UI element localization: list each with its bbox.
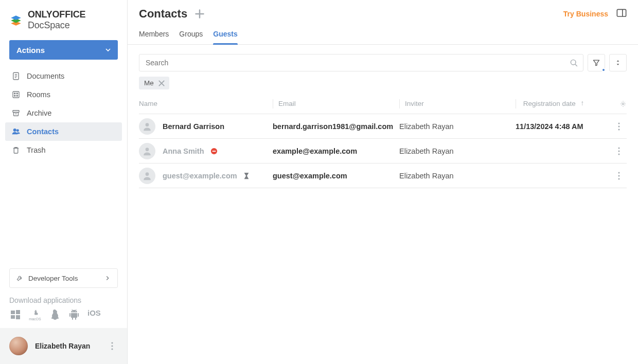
actions-label: Actions bbox=[16, 46, 45, 54]
gear-icon bbox=[619, 100, 627, 107]
svg-rect-36 bbox=[212, 151, 216, 152]
windows-icon[interactable] bbox=[9, 308, 22, 321]
blocked-icon bbox=[210, 148, 218, 155]
row-menu-button[interactable] bbox=[611, 122, 627, 131]
user-menu-button[interactable] bbox=[107, 340, 118, 352]
table-row[interactable]: Anna Smith example@example.com Elizabeth… bbox=[139, 139, 627, 163]
pending-icon bbox=[243, 172, 250, 179]
svg-point-37 bbox=[618, 147, 620, 149]
cell-email: bernard.garrison1981@gmail.com bbox=[273, 122, 393, 131]
user-avatar[interactable] bbox=[9, 337, 28, 355]
search-input[interactable] bbox=[145, 58, 570, 67]
document-icon bbox=[11, 71, 21, 81]
svg-point-34 bbox=[146, 148, 149, 151]
sort-button[interactable] bbox=[609, 54, 627, 71]
svg-rect-17 bbox=[14, 148, 18, 153]
filter-button[interactable] bbox=[588, 54, 605, 71]
tabs: Members Groups Guests bbox=[128, 24, 638, 45]
search-icon bbox=[570, 59, 578, 67]
search-field[interactable] bbox=[139, 54, 583, 71]
avatar bbox=[139, 118, 155, 135]
rooms-icon bbox=[11, 90, 21, 99]
android-icon[interactable] bbox=[68, 308, 80, 321]
tab-guests[interactable]: Guests bbox=[213, 30, 237, 44]
svg-point-39 bbox=[618, 153, 620, 155]
filter-icon bbox=[592, 59, 600, 67]
sidebar-item-label: Archive bbox=[27, 109, 51, 117]
chip-label: Me bbox=[144, 79, 154, 87]
svg-point-8 bbox=[14, 93, 15, 94]
contacts-table: Name Email Inviter Registration date ↑ B… bbox=[128, 94, 638, 188]
macos-icon[interactable]: macOS bbox=[29, 308, 41, 321]
cell-email: example@example.com bbox=[273, 147, 357, 155]
cell-name: Bernard Garrison bbox=[139, 118, 273, 135]
tab-members[interactable]: Members bbox=[139, 30, 169, 44]
svg-rect-18 bbox=[11, 311, 15, 314]
svg-line-28 bbox=[575, 64, 577, 66]
ios-icon[interactable]: iOS bbox=[87, 308, 101, 321]
svg-point-31 bbox=[618, 122, 620, 124]
table-row[interactable]: guest@example.com guest@example.com Eliz… bbox=[139, 163, 627, 188]
plus-icon bbox=[194, 9, 205, 19]
page-title-wrap: Contacts bbox=[139, 7, 205, 21]
actions-button[interactable]: Actions bbox=[9, 40, 118, 60]
sidebar-item-documents[interactable]: Documents bbox=[5, 67, 122, 85]
column-settings[interactable] bbox=[611, 100, 627, 107]
developer-tools-button[interactable]: Developer Tools bbox=[9, 268, 118, 288]
svg-point-32 bbox=[618, 125, 620, 127]
tab-groups[interactable]: Groups bbox=[179, 30, 203, 44]
column-name[interactable]: Name bbox=[139, 100, 273, 107]
svg-rect-21 bbox=[16, 315, 20, 319]
person-icon bbox=[142, 171, 152, 181]
sidebar-item-trash[interactable]: Trash bbox=[5, 141, 122, 159]
archive-icon bbox=[11, 108, 21, 118]
column-email[interactable]: Email bbox=[273, 99, 399, 108]
toolbar bbox=[128, 45, 638, 77]
svg-point-43 bbox=[618, 178, 620, 179]
brand-name: ONLYOFFICE bbox=[28, 9, 85, 20]
svg-point-23 bbox=[111, 345, 113, 347]
avatar bbox=[139, 168, 155, 184]
add-button[interactable] bbox=[194, 9, 205, 19]
brand-subname: DocSpace bbox=[28, 20, 69, 30]
svg-point-41 bbox=[618, 172, 620, 173]
table-header: Name Email Inviter Registration date ↑ bbox=[139, 94, 627, 114]
column-date[interactable]: Registration date ↑ bbox=[516, 99, 611, 108]
svg-point-38 bbox=[618, 150, 620, 152]
row-menu-button[interactable] bbox=[611, 147, 627, 155]
sidebar-item-archive[interactable]: Archive bbox=[5, 104, 122, 122]
panel-icon bbox=[616, 9, 627, 17]
page-title: Contacts bbox=[139, 7, 187, 21]
brand-logo-icon bbox=[9, 13, 23, 27]
sidebar-item-label: Trash bbox=[27, 146, 46, 154]
sidebar-item-rooms[interactable]: Rooms bbox=[5, 85, 122, 104]
chevron-right-icon bbox=[104, 275, 111, 282]
sidebar-item-label: Documents bbox=[27, 72, 64, 80]
sidebar-item-contacts[interactable]: Contacts bbox=[5, 122, 122, 141]
svg-point-40 bbox=[146, 172, 149, 176]
cell-name: guest@example.com bbox=[139, 168, 273, 184]
trash-icon bbox=[11, 145, 21, 155]
svg-rect-19 bbox=[16, 310, 20, 314]
svg-point-11 bbox=[16, 95, 17, 96]
sort-icon bbox=[614, 59, 622, 66]
column-inviter[interactable]: Inviter bbox=[399, 99, 516, 108]
cell-date: 11/13/2024 4:48 AM bbox=[516, 122, 611, 131]
linux-icon[interactable] bbox=[48, 308, 61, 321]
panel-toggle-button[interactable] bbox=[616, 9, 627, 19]
svg-point-24 bbox=[111, 348, 113, 350]
svg-point-9 bbox=[16, 93, 17, 94]
chip-remove-button[interactable] bbox=[158, 80, 165, 87]
person-icon bbox=[142, 121, 152, 132]
svg-point-15 bbox=[13, 129, 16, 132]
user-name: Elizabeth Rayan bbox=[35, 342, 99, 350]
try-business-link[interactable]: Try Business bbox=[563, 10, 608, 18]
svg-point-16 bbox=[17, 130, 19, 132]
svg-rect-20 bbox=[11, 315, 15, 319]
sidebar-item-label: Rooms bbox=[27, 90, 50, 99]
row-menu-button[interactable] bbox=[611, 172, 627, 180]
platform-row: macOS iOS bbox=[0, 308, 127, 328]
svg-rect-25 bbox=[617, 9, 626, 16]
table-row[interactable]: Bernard Garrison bernard.garrison1981@gm… bbox=[139, 114, 627, 139]
sort-asc-icon: ↑ bbox=[581, 99, 584, 107]
